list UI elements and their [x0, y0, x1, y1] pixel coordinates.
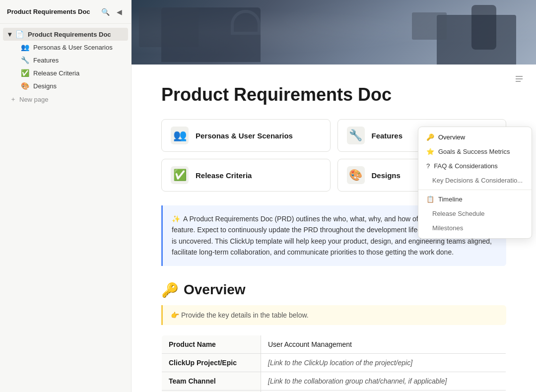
table-cell-value: [Link to the collaboration group chat/ch… [261, 372, 506, 390]
toc-designs-icon: 🎨 [347, 166, 365, 184]
sidebar: Product Requirements Doc 🔍 ◀ ▾ 📄 Product… [0, 0, 132, 392]
table-cell-label: Product Name [162, 335, 261, 353]
sidebar-main-label: Product Requirements Doc [28, 31, 111, 38]
hero-laptop2-decor [437, 15, 516, 65]
personas-icon: 👥 [21, 43, 29, 51]
outline-item-release-schedule[interactable]: Release Schedule [418, 206, 532, 221]
goals-outline-icon: ⭐ [426, 148, 434, 155]
sidebar-item-release[interactable]: ✅ Release Criteria [3, 66, 128, 79]
table-row: Product Manager @mention the lead produc… [162, 390, 506, 392]
toc-features-label: Features [372, 131, 403, 140]
outline-milestones-label: Milestones [432, 224, 463, 232]
table-row: Team Channel [Link to the collaboration … [162, 372, 506, 390]
table-cell-value: @mention the lead product manager [261, 390, 506, 392]
toc-features-icon: 🔧 [347, 127, 365, 144]
doc-icon: 📄 [15, 30, 24, 38]
outline-panel: 🔑 Overview ⭐ Goals & Success Metrics ? F… [418, 127, 532, 239]
outline-item-overview[interactable]: 🔑 Overview [418, 130, 532, 144]
outline-item-goals[interactable]: ⭐ Goals & Success Metrics [418, 144, 532, 159]
toc-release-icon: ✅ [171, 166, 189, 184]
outline-toggle-button[interactable] [512, 72, 526, 88]
search-button[interactable]: 🔍 [99, 7, 112, 17]
table-cell-label: Product Manager [162, 390, 261, 392]
sidebar-actions: 🔍 ◀ [99, 7, 124, 17]
faq-outline-icon: ? [426, 162, 430, 170]
overview-heading: 🔑 Overview [161, 282, 506, 298]
table-cell-value: [Link to the ClickUp location of the pro… [261, 353, 506, 372]
timeline-outline-icon: 📋 [426, 196, 434, 203]
table-cell-label: Team Channel [162, 372, 261, 390]
sparkle-icon: ✨ [172, 215, 180, 223]
collapse-sidebar-button[interactable]: ◀ [115, 7, 124, 17]
sidebar-personas-label: Personas & User Scenarios [33, 44, 113, 51]
new-page-label: New page [19, 96, 49, 103]
note-arrow-icon: 👉 [171, 311, 179, 319]
sidebar-designs-label: Designs [33, 82, 57, 90]
plus-icon: ＋ [10, 95, 16, 104]
main-content: 🔑 Overview ⭐ Goals & Success Metrics ? F… [132, 0, 536, 392]
sidebar-item-personas[interactable]: 👥 Personas & User Scenarios [3, 41, 128, 54]
outline-timeline-label: Timeline [438, 196, 463, 203]
sidebar-nav: ▾ 📄 Product Requirements Doc 👥 Personas … [0, 24, 131, 110]
toc-designs-label: Designs [372, 171, 401, 180]
outline-item-faq[interactable]: ? FAQ & Considerations [418, 159, 532, 173]
table-cell-value: User Account Management [261, 335, 506, 353]
sidebar-title: Product Requirements Doc [7, 8, 90, 15]
outline-faq-label: FAQ & Considerations [434, 162, 498, 170]
hero-book-decor [412, 12, 447, 40]
sidebar-item-designs[interactable]: 🎨 Designs [3, 79, 128, 92]
sidebar-item-features[interactable]: 🔧 Features [3, 54, 128, 66]
outline-item-milestones[interactable]: Milestones [418, 221, 532, 235]
table-row: ClickUp Project/Epic [Link to the ClickU… [162, 353, 506, 372]
hero-image [132, 0, 536, 65]
designs-icon: 🎨 [21, 82, 29, 90]
toc-card-release[interactable]: ✅ Release Criteria [161, 159, 331, 192]
page-title: Product Requirements Doc [161, 84, 506, 105]
outline-item-key-decisions[interactable]: Key Decisions & Consideratio... [418, 173, 532, 188]
sidebar-header: Product Requirements Doc 🔍 ◀ [0, 0, 131, 24]
overview-heading-text: Overview [184, 282, 246, 298]
release-icon: ✅ [21, 69, 29, 77]
outline-divider [418, 190, 532, 190]
features-icon: 🔧 [21, 56, 29, 64]
hero-tablet-decor [139, 7, 199, 47]
toc-release-label: Release Criteria [196, 171, 252, 180]
sidebar-item-main[interactable]: ▾ 📄 Product Requirements Doc [3, 28, 128, 41]
outline-key-decisions-label: Key Decisions & Consideratio... [432, 177, 523, 184]
outline-item-timeline[interactable]: 📋 Timeline [418, 192, 532, 206]
new-page-button[interactable]: ＋ New page [3, 92, 128, 106]
table-cell-label: ClickUp Project/Epic [162, 353, 261, 372]
outline-goals-label: Goals & Success Metrics [438, 148, 510, 155]
toc-personas-icon: 👥 [171, 127, 189, 144]
overview-icon: 🔑 [161, 282, 179, 298]
outline-overview-label: Overview [438, 133, 465, 141]
sidebar-release-label: Release Criteria [33, 69, 79, 77]
toc-card-personas[interactable]: 👥 Personas & User Scenarios [161, 119, 331, 152]
outline-release-schedule-label: Release Schedule [432, 210, 485, 217]
toc-personas-label: Personas & User Scenarios [196, 131, 293, 140]
overview-note-text: Provide the key details in the table bel… [181, 311, 309, 319]
table-row: Product Name User Account Management [162, 335, 506, 353]
info-table: Product Name User Account Management Cli… [161, 335, 506, 392]
overview-outline-icon: 🔑 [426, 133, 434, 141]
overview-note: 👉 Provide the key details in the table b… [161, 305, 506, 325]
page-icon: ▾ [8, 30, 11, 38]
sidebar-features-label: Features [33, 57, 59, 64]
